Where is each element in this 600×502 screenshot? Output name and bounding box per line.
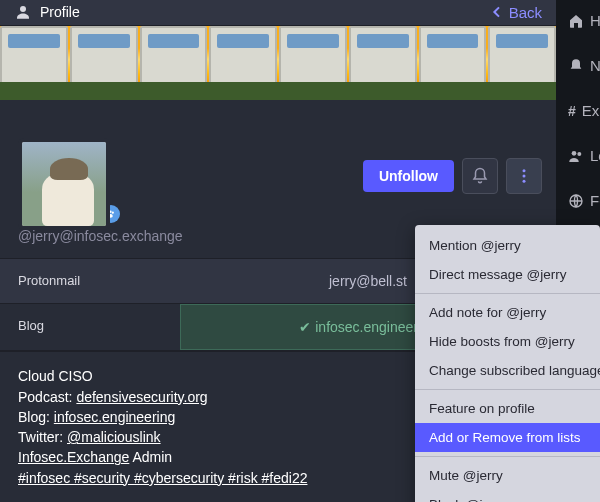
home-icon bbox=[568, 13, 584, 29]
rail-home[interactable]: Ho bbox=[556, 12, 600, 29]
rail-local[interactable]: Lo bbox=[556, 147, 600, 164]
svg-point-3 bbox=[523, 180, 526, 183]
hash-icon: # bbox=[568, 103, 576, 119]
menu-separator bbox=[415, 389, 600, 390]
bio-link[interactable]: infosec.engineering bbox=[54, 409, 175, 425]
page-title: Profile bbox=[40, 4, 80, 20]
more-button[interactable] bbox=[506, 158, 542, 194]
top-bar: Profile Back bbox=[0, 0, 556, 26]
bio-link[interactable]: Infosec.Exchange bbox=[18, 449, 129, 465]
menu-separator bbox=[415, 293, 600, 294]
bell-icon bbox=[568, 58, 584, 74]
menu-item[interactable]: Feature on profile bbox=[415, 394, 600, 423]
menu-item[interactable]: Hide boosts from @jerry bbox=[415, 327, 600, 356]
more-menu: Mention @jerryDirect message @jerryAdd n… bbox=[415, 225, 600, 502]
svg-point-0 bbox=[20, 6, 26, 12]
header-image bbox=[0, 26, 556, 100]
svg-point-6 bbox=[112, 211, 114, 213]
users-icon bbox=[568, 148, 584, 164]
unfollow-button[interactable]: Unfollow bbox=[363, 160, 454, 192]
menu-item[interactable]: Change subscribed languages bbox=[415, 356, 600, 385]
rail-label: Ex bbox=[582, 102, 600, 119]
bio-link[interactable]: @maliciouslink bbox=[67, 429, 161, 445]
menu-item[interactable]: Mention @jerry bbox=[415, 231, 600, 260]
rail-notifications[interactable]: No bbox=[556, 57, 600, 74]
profile-icon bbox=[14, 3, 32, 21]
bell-icon bbox=[471, 167, 489, 185]
svg-point-9 bbox=[577, 152, 581, 156]
back-label: Back bbox=[509, 4, 542, 21]
svg-point-2 bbox=[523, 175, 526, 178]
notify-button[interactable] bbox=[462, 158, 498, 194]
rail-label: Ho bbox=[590, 12, 600, 29]
svg-point-1 bbox=[523, 169, 526, 172]
rail-label: Fe bbox=[590, 192, 600, 209]
rail-explore[interactable]: # Ex bbox=[556, 102, 600, 119]
rail-label: Lo bbox=[590, 147, 600, 164]
menu-item[interactable]: Block @jerry bbox=[415, 490, 600, 502]
menu-item[interactable]: Direct message @jerry bbox=[415, 260, 600, 289]
bio-link[interactable]: defensivesecurity.org bbox=[76, 389, 207, 405]
check-icon: ✔ bbox=[299, 319, 311, 335]
field-label: Blog bbox=[0, 304, 180, 350]
menu-item[interactable]: Add or Remove from lists bbox=[415, 423, 600, 452]
chevron-left-icon bbox=[489, 4, 505, 20]
globe-icon bbox=[568, 193, 584, 209]
avatar[interactable] bbox=[18, 138, 110, 230]
svg-point-8 bbox=[572, 151, 577, 156]
back-button[interactable]: Back bbox=[489, 4, 542, 21]
field-label: Protonmail bbox=[0, 259, 180, 303]
rail-label: No bbox=[590, 57, 600, 74]
more-icon bbox=[515, 167, 533, 185]
rail-federated[interactable]: Fe bbox=[556, 192, 600, 209]
page-title-group: Profile bbox=[14, 3, 80, 21]
menu-separator bbox=[415, 456, 600, 457]
menu-item[interactable]: Add note for @jerry bbox=[415, 298, 600, 327]
menu-item[interactable]: Mute @jerry bbox=[415, 461, 600, 490]
